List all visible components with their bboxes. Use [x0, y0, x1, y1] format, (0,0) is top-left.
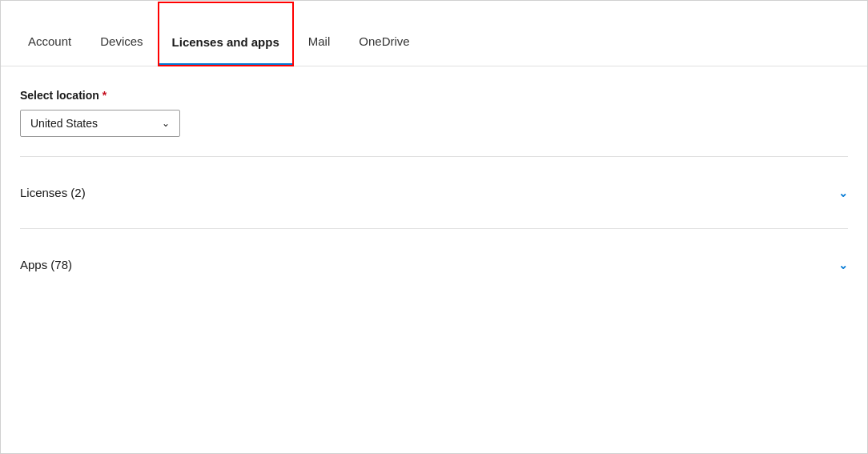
tab-account-underline — [14, 64, 86, 66]
tab-mail-underline — [294, 64, 345, 66]
licenses-section-title: Licenses (2) — [20, 186, 86, 199]
tab-devices-underline — [86, 64, 157, 66]
tab-mail[interactable]: Mail — [294, 1, 345, 66]
tab-onedrive-underline — [344, 64, 424, 66]
location-value: United States — [30, 117, 98, 130]
tab-account[interactable]: Account — [14, 1, 86, 66]
divider-1 — [20, 156, 848, 157]
content-area: Select location * United States ⌄ Licens… — [1, 66, 867, 453]
tab-bar: Account Devices Licenses and apps Mail O… — [1, 1, 867, 66]
select-location-label: Select location * — [20, 89, 848, 102]
select-location-text: Select location — [20, 89, 99, 102]
chevron-down-icon: ⌄ — [162, 118, 170, 129]
tab-licenses-and-apps-underline — [159, 63, 292, 65]
licenses-section[interactable]: Licenses (2) ⌄ — [20, 176, 848, 209]
main-container: Account Devices Licenses and apps Mail O… — [0, 0, 868, 454]
tab-onedrive[interactable]: OneDrive — [344, 1, 424, 66]
required-star: * — [102, 89, 106, 102]
tab-licenses-and-apps[interactable]: Licenses and apps — [158, 2, 294, 66]
chevron-apps-icon: ⌄ — [838, 259, 848, 271]
apps-section[interactable]: Apps (78) ⌄ — [20, 248, 848, 281]
tab-devices[interactable]: Devices — [86, 1, 157, 66]
apps-section-title: Apps (78) — [20, 258, 72, 271]
chevron-licenses-icon: ⌄ — [838, 187, 848, 199]
divider-2 — [20, 228, 848, 229]
location-dropdown[interactable]: United States ⌄ — [20, 110, 180, 137]
